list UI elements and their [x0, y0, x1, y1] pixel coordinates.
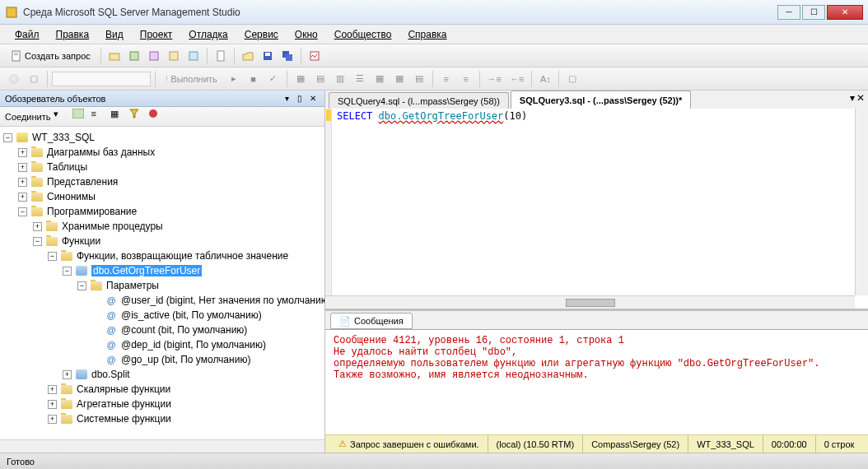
open-folder-button[interactable] [239, 47, 257, 65]
parse-button: ✓ [264, 70, 282, 88]
debug-button: ▸ [225, 70, 243, 88]
messages-icon: 📄 [339, 316, 351, 327]
code-keyword: SELECT [337, 110, 372, 122]
editor-code[interactable]: SELECT dbo.GetOrgTreeForUser(10) [332, 109, 532, 309]
minimize-button[interactable]: ─ [777, 5, 800, 20]
activity-button[interactable] [306, 47, 324, 65]
oe-tool-2[interactable]: ≡ [91, 109, 108, 125]
menu-tools[interactable]: Сервис [236, 26, 287, 43]
new-query-button[interactable]: Создать запрос [5, 47, 96, 65]
toolbar-sql-editor: ▢ ! Выполнить ▸ ■ ✓ ▦ ▤ ▥ ☰ ▦ ▦ ▤ ≡ ≡ →≡… [0, 67, 868, 91]
tree-sys-fn[interactable]: +Системные функции [0, 411, 324, 426]
menu-window[interactable]: Окно [287, 26, 326, 43]
tool-item-2[interactable] [125, 47, 143, 65]
menu-project[interactable]: Проект [132, 26, 181, 43]
results-tabs: 📄 Сообщения [325, 311, 868, 329]
menu-edit[interactable]: Правка [48, 26, 98, 43]
maximize-button[interactable]: ☐ [802, 5, 825, 20]
t2-4: ☰ [351, 70, 369, 88]
tab-messages[interactable]: 📄 Сообщения [330, 313, 413, 329]
tab-dropdown-icon[interactable]: ▾ [850, 92, 855, 104]
svg-rect-1 [12, 51, 20, 61]
t2-b1: ▢ [25, 70, 43, 88]
tree-parameters[interactable]: −Параметры [0, 278, 324, 293]
tab-query3[interactable]: SQLQuery3.sql - (...pass\Sergey (52))* [511, 91, 691, 109]
app-statusbar: Готово [0, 453, 868, 469]
panel-close-icon[interactable]: ✕ [306, 93, 320, 104]
status-result: ⚠Запрос завершен с ошибками. [330, 435, 488, 453]
title-bar: Среда Microsoft SQL Server Management St… [0, 0, 868, 25]
app-icon [5, 6, 18, 19]
svg-rect-9 [217, 51, 224, 61]
tree-synonyms[interactable]: +Синонимы [0, 189, 324, 204]
oe-tool-stop[interactable] [148, 109, 165, 125]
connect-dropdown-icon[interactable]: ▾ [54, 109, 70, 125]
editor-hscrollbar[interactable] [325, 295, 855, 309]
menu-file[interactable]: Файл [7, 26, 48, 43]
sidebar-hscrollbar[interactable] [0, 439, 324, 453]
tree-functions[interactable]: −Функции [0, 234, 324, 248]
tool-item-4[interactable] [165, 47, 183, 65]
new-file-button[interactable] [212, 47, 230, 65]
menu-view[interactable]: Вид [97, 26, 132, 43]
panel-dropdown-icon[interactable]: ▾ [280, 93, 293, 104]
tree-scalar-fn[interactable]: +Скалярные функции [0, 382, 324, 397]
tree-param-go-up[interactable]: @@go_up (bit, По умолчанию) [0, 352, 324, 367]
tree-diagrams[interactable]: +Диаграммы баз данных [0, 145, 324, 160]
oe-tool-3[interactable]: ▦ [110, 109, 127, 125]
close-button[interactable]: ✕ [827, 5, 863, 20]
stop-button: ■ [245, 70, 263, 88]
sql-editor[interactable]: SELECT dbo.GetOrgTreeForUser(10) [325, 109, 868, 309]
tree-param-count[interactable]: @@count (bit, По умолчанию) [0, 323, 324, 337]
object-explorer-header: Обозреватель объектов ▾ ▯ ✕ [0, 91, 324, 107]
tree-views[interactable]: +Представления [0, 174, 324, 189]
save-all-button[interactable] [278, 47, 296, 65]
tree-tables[interactable]: +Таблицы [0, 160, 324, 174]
status-user: Compass\Sergey (52) [582, 435, 688, 453]
tree-fn-split[interactable]: +dbo.Split [0, 367, 324, 382]
panel-pin-icon[interactable]: ▯ [293, 93, 306, 104]
outdent-button: ←≡ [506, 70, 527, 88]
tree-sproc[interactable]: +Хранимые процедуры [0, 219, 324, 234]
t2-6: ▦ [390, 70, 408, 88]
tree-param-dep-id[interactable]: @@dep_id (bigint, По умолчанию) [0, 337, 324, 352]
save-button[interactable] [259, 47, 277, 65]
warning-icon: ⚠ [338, 439, 347, 449]
status-time: 00:00:00 [763, 435, 815, 453]
connect-label[interactable]: Соединить [5, 112, 51, 122]
tree-param-is-active[interactable]: @@is_active (bit, По умолчанию) [0, 308, 324, 323]
tab-query4[interactable]: SQLQuery4.sql - (l...mpass\Sergey (58)) [329, 92, 509, 109]
svg-point-17 [149, 109, 157, 118]
object-explorer-toolbar: Соединить ▾ ≡ ▦ [0, 107, 324, 127]
svg-rect-2 [14, 53, 18, 53]
query-statusbar: ⚠Запрос завершен с ошибками. (local) (10… [325, 434, 868, 453]
editor-tabs: SQLQuery4.sql - (l...mpass\Sergey (58)) … [325, 91, 868, 109]
msg-line-2: Не удалось найти столбец "dbo", [334, 346, 860, 358]
editor-vscrollbar[interactable] [855, 109, 868, 295]
status-text: Готово [7, 457, 35, 467]
tree-param-user-id[interactable]: @@user_id (bigint, Нет значения по умолч… [0, 293, 324, 308]
indent-button: →≡ [484, 70, 505, 88]
tree-fn-getorgtree[interactable]: −dbo.GetOrgTreeForUser [0, 263, 324, 278]
tool-item-3[interactable] [145, 47, 163, 65]
tool-open-button[interactable] [105, 47, 124, 65]
msg-line-4: Также возможно, имя является неоднозначн… [334, 369, 860, 381]
tool-item-5[interactable] [184, 47, 203, 65]
menu-debug[interactable]: Отладка [180, 26, 236, 43]
database-selector[interactable] [52, 72, 151, 86]
menu-community[interactable]: Сообщество [326, 26, 400, 43]
menu-help[interactable]: Справка [399, 26, 455, 43]
tab-close-icon[interactable]: ✕ [856, 92, 865, 104]
oe-tool-filter[interactable] [129, 109, 146, 125]
comment-button: ≡ [437, 70, 455, 88]
oe-tool-1[interactable] [72, 109, 89, 125]
tree-agg-fn[interactable]: +Агрегатные функции [0, 397, 324, 411]
tree-programming[interactable]: −Программирование [0, 204, 324, 219]
tree-tvf[interactable]: −Функции, возвращающие табличное значени… [0, 248, 324, 263]
messages-output[interactable]: Сообщение 4121, уровень 16, состояние 1,… [325, 329, 868, 434]
execute-button: ! Выполнить [160, 70, 223, 88]
tree-database[interactable]: −WT_333_SQL [0, 130, 324, 145]
object-tree[interactable]: −WT_333_SQL +Диаграммы баз данных +Табли… [0, 127, 324, 439]
msg-line-3: определяемую пользователем функцию или а… [334, 358, 860, 369]
uncomment-button: ≡ [457, 70, 475, 88]
